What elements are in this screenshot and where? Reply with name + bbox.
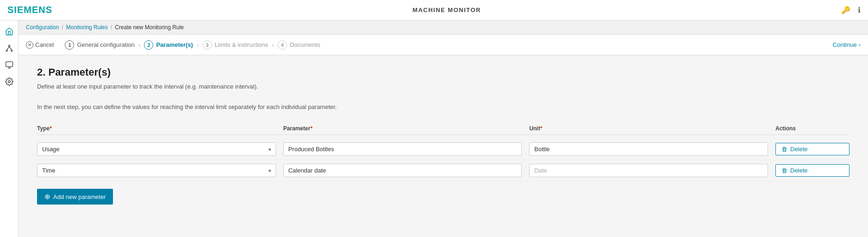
siemens-logo: SIEMENS	[7, 5, 52, 15]
table-row: Usage Time Counter 🗑 Delete	[37, 160, 849, 181]
svg-point-0	[8, 45, 10, 46]
section-desc-1: Define at least one input parameter to t…	[37, 82, 849, 91]
step-sep-1: ›	[138, 41, 141, 49]
breadcrumb-current: Create new Monitoring Rule	[115, 24, 184, 31]
table-row: Usage Time Counter 🗑 Delete	[37, 139, 849, 160]
wizard-step-2[interactable]: 2 Parameter(s)	[144, 40, 193, 50]
step-3-label: Limits & instructions	[215, 41, 269, 48]
header-type: Type*	[37, 125, 276, 132]
type-select-1[interactable]: Usage Time Counter	[37, 142, 276, 156]
delete-label-1: Delete	[790, 146, 808, 153]
step-1-circle: 1	[65, 40, 74, 50]
wizard-step-1[interactable]: 1 General configuration	[65, 40, 134, 50]
svg-line-3	[6, 46, 9, 50]
key-icon[interactable]: 🔑	[841, 6, 850, 14]
unit-required: *	[540, 125, 543, 132]
topbar-icons: 🔑 ℹ	[841, 6, 861, 14]
header-actions: Actions	[775, 125, 849, 132]
trash-icon-2: 🗑	[781, 167, 787, 174]
type-select-2[interactable]: Usage Time Counter	[37, 164, 276, 177]
step-3-circle: 3	[203, 40, 212, 50]
step-4-label: Documents	[290, 41, 320, 48]
type-select-wrapper-1: Usage Time Counter	[37, 142, 276, 156]
type-required: *	[50, 125, 52, 132]
header-parameter: Parameter*	[283, 125, 522, 132]
step-sep-3: ›	[272, 41, 274, 49]
cancel-button[interactable]: ✕ Cancel	[26, 41, 54, 49]
svg-point-8	[8, 81, 10, 83]
info-icon[interactable]: ℹ	[858, 6, 861, 14]
trash-icon-1: 🗑	[781, 146, 787, 153]
cancel-icon: ✕	[26, 41, 33, 49]
svg-point-1	[6, 50, 7, 51]
breadcrumb: Configuration / Monitoring Rules / Creat…	[19, 20, 868, 35]
step-2-label: Parameter(s)	[156, 41, 193, 48]
wizard-step-3[interactable]: 3 Limits & instructions	[203, 40, 269, 50]
sidebar-item-settings[interactable]	[2, 74, 17, 89]
section-title: 2. Parameter(s)	[37, 66, 849, 78]
unit-input-1[interactable]	[529, 142, 768, 156]
parameter-table: Type* Parameter* Unit* Actions Usage	[37, 122, 849, 181]
type-select-wrapper-2: Usage Time Counter	[37, 164, 276, 177]
delete-label-2: Delete	[790, 167, 808, 174]
svg-point-2	[11, 50, 12, 51]
main-content: Configuration / Monitoring Rules / Creat…	[19, 20, 868, 237]
topbar: SIEMENS MACHINE MONITOR 🔑 ℹ	[0, 0, 868, 20]
parameter-input-1[interactable]	[283, 142, 522, 156]
breadcrumb-configuration[interactable]: Configuration	[26, 24, 59, 31]
breadcrumb-monitoring-rules[interactable]: Monitoring Rules	[66, 24, 108, 31]
sidebar-item-home[interactable]	[2, 24, 17, 39]
wizard-steps: 1 General configuration › 2 Parameter(s)…	[65, 40, 832, 50]
parameter-input-2[interactable]	[283, 164, 522, 177]
step-sep-2: ›	[197, 41, 199, 49]
wizard-step-4[interactable]: 4 Documents	[278, 40, 320, 50]
svg-rect-5	[6, 62, 12, 67]
add-button-label: Add new parameter	[53, 193, 106, 200]
content-area: 2. Parameter(s) Define at least one inpu…	[19, 55, 868, 237]
breadcrumb-sep-1: /	[62, 24, 63, 31]
add-parameter-button[interactable]: ⊕ Add new parameter	[37, 189, 113, 205]
app-title: MACHINE MONITOR	[412, 6, 481, 13]
delete-button-1[interactable]: 🗑 Delete	[775, 143, 849, 155]
param-required: *	[310, 125, 312, 132]
add-icon: ⊕	[44, 192, 50, 201]
cancel-label: Cancel	[35, 41, 54, 48]
header-unit: Unit*	[529, 125, 768, 132]
breadcrumb-sep-2: /	[111, 24, 112, 31]
table-header: Type* Parameter* Unit* Actions	[37, 122, 849, 135]
unit-input-2[interactable]	[529, 164, 768, 177]
section-desc-2: In the next step, you can define the val…	[37, 102, 849, 112]
step-1-label: General configuration	[77, 41, 134, 48]
delete-button-2[interactable]: 🗑 Delete	[775, 164, 849, 177]
svg-line-4	[9, 46, 12, 50]
step-2-circle: 2	[144, 40, 153, 50]
continue-arrow: ›	[859, 41, 861, 48]
wizard-nav: ✕ Cancel 1 General configuration › 2 Par…	[19, 35, 868, 55]
continue-button[interactable]: Continue ›	[833, 41, 861, 48]
sidebar-item-network[interactable]	[2, 41, 17, 56]
step-4-circle: 4	[278, 40, 287, 50]
sidebar	[0, 20, 19, 237]
sidebar-item-monitor[interactable]	[2, 58, 17, 72]
continue-label: Continue	[833, 41, 857, 48]
